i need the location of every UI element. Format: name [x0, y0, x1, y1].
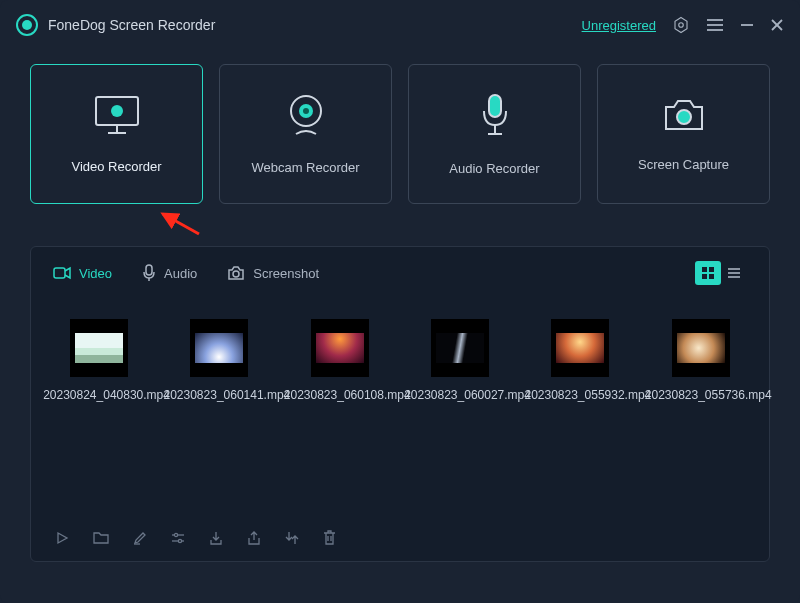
svg-point-14	[303, 108, 309, 114]
panel-toolbar	[31, 530, 769, 561]
audio-icon	[142, 264, 156, 282]
tab-screenshot[interactable]: Screenshot	[227, 266, 319, 281]
svg-point-18	[677, 110, 691, 124]
svg-point-1	[679, 23, 684, 28]
file-item[interactable]: 20230823_055932.mp4	[520, 319, 640, 404]
arrow-annotation-icon	[155, 210, 205, 240]
svg-point-33	[174, 533, 177, 536]
monitor-icon	[94, 95, 140, 139]
file-item[interactable]: 20230823_060108.mp4	[280, 319, 400, 404]
file-grid: 20230824_040830.mp4 20230823_060141.mp4 …	[31, 299, 769, 404]
mode-label: Video Recorder	[71, 159, 161, 174]
play-icon	[55, 531, 69, 545]
svg-marker-0	[675, 18, 687, 33]
file-item[interactable]: 20230824_040830.mp4	[39, 319, 159, 404]
download-icon	[209, 531, 223, 545]
delete-button[interactable]	[323, 530, 336, 545]
sliders-button[interactable]	[171, 531, 185, 545]
screenshot-icon	[227, 266, 245, 281]
convert-icon	[285, 531, 299, 545]
thumbnail	[311, 319, 369, 377]
menu-icon[interactable]	[706, 17, 724, 33]
settings-icon[interactable]	[672, 16, 690, 34]
svg-line-19	[163, 214, 199, 234]
mode-label: Audio Recorder	[449, 161, 539, 176]
sliders-icon	[171, 531, 185, 545]
mode-webcam-recorder[interactable]: Webcam Recorder	[219, 64, 392, 204]
mode-label: Screen Capture	[638, 157, 729, 172]
svg-rect-25	[709, 267, 714, 272]
list-view-button[interactable]	[721, 261, 747, 285]
mode-video-recorder[interactable]: Video Recorder	[30, 64, 203, 204]
microphone-icon	[480, 93, 510, 141]
svg-rect-24	[702, 267, 707, 272]
titlebar: FoneDog Screen Recorder Unregistered	[0, 0, 800, 50]
share-button[interactable]	[247, 531, 261, 545]
file-name: 20230823_060027.mp4	[404, 387, 516, 404]
camera-icon	[662, 97, 706, 137]
thumbnail	[551, 319, 609, 377]
folder-button[interactable]	[93, 531, 109, 544]
file-name: 20230823_060141.mp4	[163, 387, 275, 404]
mode-label: Webcam Recorder	[251, 160, 359, 175]
svg-rect-20	[54, 268, 65, 278]
thumbnail	[70, 319, 128, 377]
svg-rect-27	[709, 274, 714, 279]
tab-label: Audio	[164, 266, 197, 281]
thumbnail	[190, 319, 248, 377]
svg-point-35	[178, 539, 181, 542]
mode-audio-recorder[interactable]: Audio Recorder	[408, 64, 581, 204]
view-toggle	[695, 261, 747, 285]
grid-view-button[interactable]	[695, 261, 721, 285]
app-logo-icon	[16, 14, 38, 36]
mode-cards: Video Recorder Webcam Recorder	[0, 50, 800, 204]
file-item[interactable]: 20230823_055736.mp4	[641, 319, 761, 404]
svg-rect-21	[146, 265, 152, 275]
grid-icon	[701, 266, 715, 280]
recordings-panel: Video Audio Screenshot	[30, 246, 770, 562]
tab-audio[interactable]: Audio	[142, 264, 197, 282]
share-icon	[247, 531, 261, 545]
pencil-icon	[133, 531, 147, 545]
app-title: FoneDog Screen Recorder	[48, 17, 215, 33]
title-left: FoneDog Screen Recorder	[16, 14, 215, 36]
edit-button[interactable]	[133, 531, 147, 545]
panel-tabs: Video Audio Screenshot	[31, 247, 769, 299]
thumbnail	[672, 319, 730, 377]
tab-label: Video	[79, 266, 112, 281]
app-window: FoneDog Screen Recorder Unregistered	[0, 0, 800, 603]
play-button[interactable]	[55, 531, 69, 545]
video-icon	[53, 266, 71, 280]
convert-button[interactable]	[285, 531, 299, 545]
download-button[interactable]	[209, 531, 223, 545]
file-item[interactable]: 20230823_060141.mp4	[159, 319, 279, 404]
minimize-icon[interactable]	[740, 18, 754, 32]
file-name: 20230823_060108.mp4	[284, 387, 396, 404]
close-icon[interactable]	[770, 18, 784, 32]
title-right: Unregistered	[582, 16, 784, 34]
mode-screen-capture[interactable]: Screen Capture	[597, 64, 770, 204]
file-name: 20230823_055932.mp4	[524, 387, 636, 404]
svg-rect-26	[702, 274, 707, 279]
file-name: 20230823_055736.mp4	[645, 387, 757, 404]
svg-point-23	[233, 271, 239, 277]
folder-icon	[93, 531, 109, 544]
unregistered-link[interactable]: Unregistered	[582, 18, 656, 33]
list-icon	[727, 267, 741, 279]
trash-icon	[323, 530, 336, 545]
tab-label: Screenshot	[253, 266, 319, 281]
file-name: 20230824_040830.mp4	[43, 387, 155, 404]
tab-video[interactable]: Video	[53, 266, 112, 281]
svg-point-11	[111, 105, 123, 117]
webcam-icon	[286, 94, 326, 140]
file-item[interactable]: 20230823_060027.mp4	[400, 319, 520, 404]
svg-rect-15	[489, 95, 501, 117]
thumbnail	[431, 319, 489, 377]
